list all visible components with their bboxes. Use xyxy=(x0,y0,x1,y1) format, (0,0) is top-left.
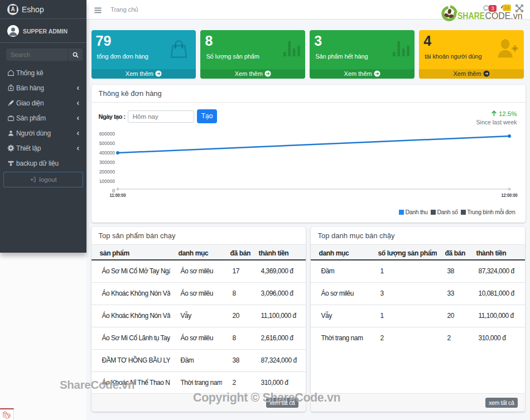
svg-text:500000: 500000 xyxy=(99,141,115,146)
svg-text:11:00:00: 11:00:00 xyxy=(109,192,126,198)
svg-text:300000: 300000 xyxy=(99,160,115,165)
svg-text:12:00:00: 12:00:00 xyxy=(501,192,517,198)
svg-text:200000: 200000 xyxy=(99,169,115,175)
svg-text:400000: 400000 xyxy=(99,150,115,156)
svg-text:600000: 600000 xyxy=(99,131,115,137)
svg-text:SHARE: SHARE xyxy=(457,11,485,21)
svg-text:100000: 100000 xyxy=(99,178,115,184)
svg-text:3: 3 xyxy=(492,6,494,11)
svg-text:24: 24 xyxy=(504,5,510,11)
